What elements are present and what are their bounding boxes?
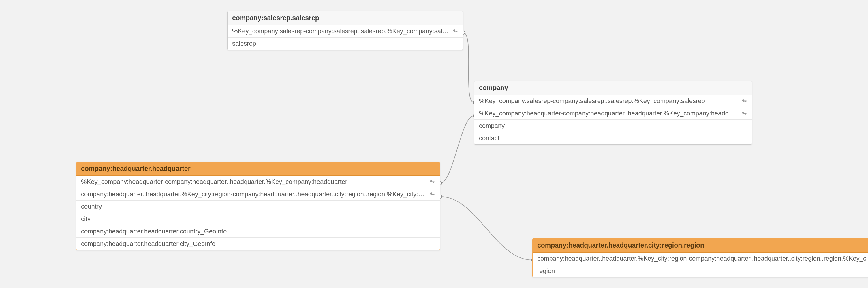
- field-label: company:headquarter.headquarter.city_Geo…: [81, 240, 435, 248]
- table-field-row[interactable]: %Key_company:salesrep-company:salesrep..…: [474, 95, 752, 107]
- field-label: company:headquarter..headquarter.%Key_ci…: [537, 255, 868, 262]
- connector-line: [440, 116, 474, 183]
- table-company[interactable]: company%Key_company:salesrep-company:sal…: [474, 81, 752, 145]
- key-icon: [429, 179, 435, 185]
- field-label: %Key_company:headquarter-company:headqua…: [81, 178, 427, 185]
- key-icon: [741, 98, 747, 104]
- table-header[interactable]: company:headquarter.headquarter: [76, 162, 440, 176]
- field-label: region: [537, 267, 868, 275]
- key-icon: [741, 111, 747, 116]
- table-header[interactable]: company:headquarter.headquarter.city:reg…: [533, 239, 868, 253]
- table-field-row[interactable]: company:headquarter.headquarter.city_Geo…: [76, 238, 440, 250]
- table-header[interactable]: company:salesrep.salesrep: [227, 11, 463, 25]
- field-label: %Key_company:salesrep-company:salesrep..…: [232, 27, 450, 35]
- table-field-row[interactable]: company:headquarter..headquarter.%Key_ci…: [76, 188, 440, 201]
- table-header[interactable]: company: [474, 81, 752, 95]
- table-salesrep[interactable]: company:salesrep.salesrep%Key_company:sa…: [227, 11, 463, 50]
- field-label: %Key_company:salesrep-company:salesrep..…: [479, 97, 739, 105]
- field-label: company:headquarter..headquarter.%Key_ci…: [81, 191, 427, 198]
- field-label: company: [479, 122, 747, 129]
- field-label: company:headquarter.headquarter.country_…: [81, 228, 435, 235]
- table-region[interactable]: company:headquarter.headquarter.city:reg…: [532, 238, 868, 277]
- table-field-row[interactable]: region: [533, 265, 868, 277]
- field-label: city: [81, 215, 435, 223]
- connector-line: [440, 197, 532, 260]
- table-field-row[interactable]: %Key_company:salesrep-company:salesrep..…: [227, 25, 463, 37]
- table-field-row[interactable]: company: [474, 120, 752, 132]
- field-label: contact: [479, 135, 747, 142]
- table-field-row[interactable]: company:headquarter.headquarter.country_…: [76, 225, 440, 238]
- field-label: %Key_company:headquarter-company:headqua…: [479, 110, 739, 117]
- connector-line: [463, 33, 474, 103]
- table-field-row[interactable]: salesrep: [227, 37, 463, 50]
- key-icon: [429, 191, 435, 197]
- table-field-row[interactable]: country: [76, 201, 440, 213]
- table-headquarter[interactable]: company:headquarter.headquarter%Key_comp…: [76, 162, 440, 250]
- table-field-row[interactable]: company:headquarter..headquarter.%Key_ci…: [533, 253, 868, 265]
- field-label: salesrep: [232, 40, 458, 47]
- table-field-row[interactable]: %Key_company:headquarter-company:headqua…: [76, 176, 440, 188]
- field-label: country: [81, 203, 435, 210]
- table-field-row[interactable]: city: [76, 213, 440, 225]
- key-icon: [453, 28, 458, 34]
- table-field-row[interactable]: contact: [474, 132, 752, 144]
- table-field-row[interactable]: %Key_company:headquarter-company:headqua…: [474, 107, 752, 120]
